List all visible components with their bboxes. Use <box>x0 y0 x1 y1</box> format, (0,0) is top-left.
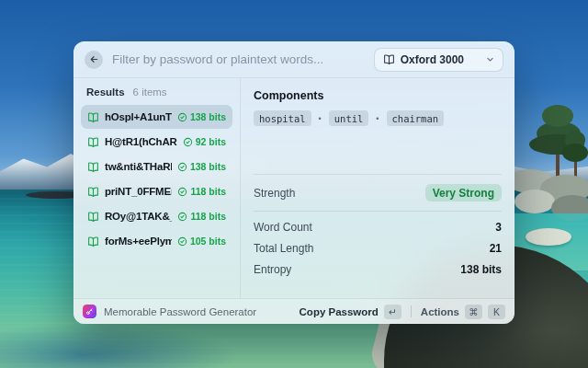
entropy-badge: 138 bits <box>177 161 226 172</box>
back-arrow-icon <box>89 54 99 64</box>
search-input[interactable] <box>112 52 365 66</box>
components-title: Components <box>254 89 502 102</box>
dictionary-label: Oxford 3000 <box>401 53 464 66</box>
result-row[interactable]: forMs+eePlym4+CH 105 bits <box>81 229 232 253</box>
metric-row: Entropy 138 bits <box>254 263 502 276</box>
strength-label: Strength <box>254 187 295 200</box>
window-body: Results 6 items hOspl+A1unTil(HairM... 1… <box>74 78 514 298</box>
enter-keycap: ↵ <box>384 305 401 319</box>
k-keycap: K <box>488 305 505 319</box>
components-tags: hospital • until • chairman <box>254 110 502 126</box>
dictionary-dropdown[interactable]: Oxford 3000 <box>374 48 503 72</box>
actions-menu-button[interactable]: Actions ⌘ K <box>421 305 505 319</box>
metrics-list: Word Count 3 Total Length 21 Entropy 138… <box>254 212 502 276</box>
wallpaper-deep-water <box>0 324 239 368</box>
chevron-down-icon <box>486 55 494 63</box>
results-count: 6 items <box>133 86 167 98</box>
book-icon <box>87 186 99 198</box>
check-circle-icon <box>183 137 193 147</box>
copy-password-action[interactable]: Copy Password ↵ <box>300 305 401 319</box>
wallpaper-granite-rock <box>514 190 555 213</box>
bullet-separator: • <box>319 114 322 123</box>
entropy-badge: 118 bits <box>177 186 226 197</box>
password-label: priNT_0FFMEmBeR+0E <box>105 186 172 197</box>
result-row[interactable]: hOspl+A1unTil(HairM... 138 bits <box>81 105 232 129</box>
entropy-badge: 92 bits <box>183 136 226 147</box>
password-label: ROy@1TAK&_inrecALI <box>105 211 172 222</box>
book-icon <box>87 236 99 247</box>
wallpaper-pebble <box>526 228 571 246</box>
result-row[interactable]: tw&nti&THaRR!vE_4T... 138 bits <box>81 155 232 178</box>
app-name: Memorable Password Generator <box>104 306 256 317</box>
search-bar: Oxford 3000 <box>74 41 514 78</box>
results-title: Results <box>86 86 125 98</box>
check-circle-icon <box>177 187 187 197</box>
book-icon <box>87 211 99 223</box>
book-icon <box>87 111 99 123</box>
check-circle-icon <box>177 112 187 122</box>
detail-panel: Components hospital • until • chairman S… <box>241 78 514 298</box>
entropy-badge: 105 bits <box>177 236 226 247</box>
component-word-tag: until <box>329 110 369 126</box>
check-circle-icon <box>177 212 187 222</box>
back-button[interactable] <box>85 51 103 69</box>
component-word-tag: chairman <box>387 110 445 126</box>
divider <box>411 305 412 317</box>
results-header: Results 6 items <box>81 85 232 105</box>
component-word-tag: hospital <box>254 110 311 126</box>
app-logo-icon <box>83 305 96 318</box>
results-panel: Results 6 items hOspl+A1unTil(HairM... 1… <box>74 78 241 298</box>
actions-label: Actions <box>421 306 459 317</box>
cmd-keycap: ⌘ <box>465 305 482 319</box>
book-icon <box>87 161 99 173</box>
copy-password-label: Copy Password <box>300 306 379 317</box>
result-row[interactable]: H@tR1(hChAR!Ty 92 bits <box>81 130 232 154</box>
app-window: Oxford 3000 Results 6 items hOspl+A1unTi… <box>74 41 514 324</box>
metric-row: Word Count 3 <box>254 221 502 234</box>
result-row[interactable]: ROy@1TAK&_inrecALI 118 bits <box>81 204 232 228</box>
result-row[interactable]: priNT_0FFMEmBeR+0E 118 bits <box>81 179 232 203</box>
book-icon <box>87 136 99 148</box>
bullet-separator: • <box>376 114 379 123</box>
password-label: hOspl+A1unTil(HairM... <box>105 111 172 122</box>
check-circle-icon <box>177 162 187 172</box>
strength-row: Strength Very Strong <box>254 175 502 211</box>
strength-badge: Very Strong <box>425 184 502 201</box>
password-label: H@tR1(hChAR!Ty <box>105 136 177 147</box>
password-label: tw&nti&THaRR!vE_4T... <box>105 161 172 172</box>
entropy-badge: 138 bits <box>177 111 226 122</box>
entropy-badge: 118 bits <box>177 211 226 222</box>
password-label: forMs+eePlym4+CH <box>105 236 172 247</box>
action-bar: Memorable Password Generator Copy Passwo… <box>74 298 514 324</box>
metric-row: Total Length 21 <box>254 242 502 255</box>
book-icon <box>383 53 395 65</box>
check-circle-icon <box>177 236 187 247</box>
